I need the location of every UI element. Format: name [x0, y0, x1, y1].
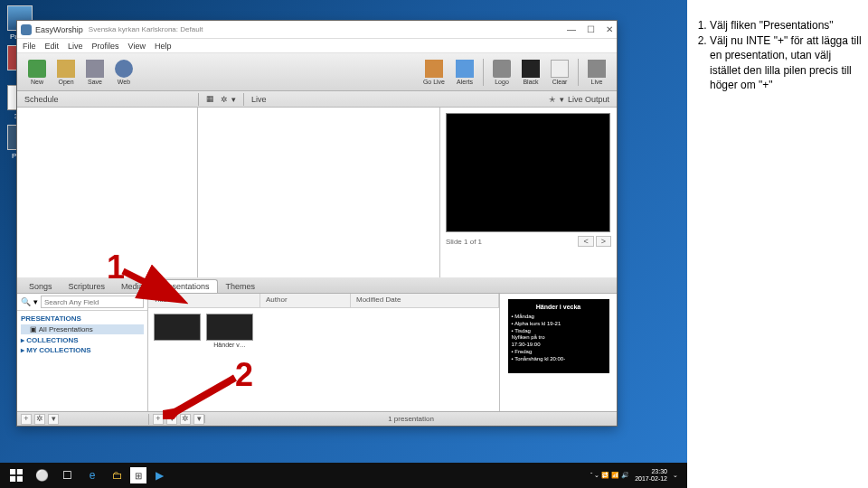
- col-modified[interactable]: Modified Date: [351, 294, 499, 307]
- output-preview: [446, 113, 610, 232]
- presentation-item[interactable]: [154, 314, 201, 348]
- item-label: Händer v…: [206, 342, 253, 348]
- dropdown-icon[interactable]: ▾: [231, 95, 236, 104]
- search-dropdown-icon[interactable]: ▾: [33, 297, 38, 306]
- system-tray[interactable]: ˆ ⌄ 🔁 📶 🔊 23:30 2017-02-12 ⌄: [590, 468, 684, 482]
- explorer-button[interactable]: 🗀: [105, 465, 130, 485]
- library-body: 🔍 ▾ PRESENTATIONS ▣ All Presentations ▸ …: [17, 294, 617, 411]
- edge-button[interactable]: e: [80, 465, 105, 485]
- start-button[interactable]: [4, 465, 29, 485]
- svg-rect-4: [10, 469, 15, 474]
- menu-profiles[interactable]: Profiles: [92, 42, 119, 51]
- slide-title: Händer i vecka: [512, 303, 606, 311]
- col-author[interactable]: Author: [260, 294, 351, 307]
- column-headers: Title Author Modified Date: [148, 294, 499, 308]
- tab-scriptures[interactable]: Scriptures: [61, 279, 114, 293]
- open-icon: [57, 60, 75, 78]
- clear-button[interactable]: Clear: [545, 60, 574, 85]
- logo-button[interactable]: Logo: [487, 60, 516, 85]
- presentation-item[interactable]: Händer v…: [206, 314, 253, 348]
- app-title: EasyWorship: [35, 25, 83, 34]
- menu-file[interactable]: File: [23, 42, 36, 51]
- web-icon: [115, 60, 133, 78]
- grid-icon[interactable]: ▦: [206, 94, 217, 105]
- instruction-1: Välj fliken "Presentations": [710, 18, 863, 33]
- item-grid: Händer v…: [148, 308, 499, 353]
- open-button[interactable]: Open: [52, 60, 80, 85]
- btn-label: Save: [88, 79, 102, 85]
- menu-edit[interactable]: Edit: [45, 42, 60, 51]
- taskview-button[interactable]: ☐: [54, 465, 80, 485]
- slide-preview: Händer i vecka • Måndag • Alpha kurs kl …: [508, 299, 609, 373]
- app-taskbar-button[interactable]: ▶: [146, 465, 172, 485]
- clock[interactable]: 23:30 2017-02-12: [635, 468, 667, 482]
- expand-icon: ▸: [21, 336, 24, 344]
- new-icon: [28, 60, 46, 78]
- app-logo-icon: [21, 24, 32, 35]
- alerts-button[interactable]: Alerts: [450, 60, 479, 85]
- menu-live[interactable]: Live: [68, 42, 83, 51]
- live-header: Live: [244, 95, 274, 104]
- dropdown-button[interactable]: ▾: [48, 414, 59, 425]
- web-button[interactable]: Web: [109, 60, 138, 85]
- slide-line: • Tonårshäng kl 20:00-: [512, 356, 606, 363]
- prev-slide-button[interactable]: <: [578, 236, 593, 247]
- minimize-button[interactable]: —: [567, 24, 576, 34]
- live-icon: [588, 60, 606, 78]
- instructions: Välj fliken "Presentations" Välj nu INTE…: [692, 18, 863, 93]
- btn-label: Web: [118, 79, 130, 85]
- search-button[interactable]: ⚪: [29, 465, 54, 485]
- live-button[interactable]: Live: [582, 60, 611, 85]
- statusbar: + ✲ ▾ + ▾ ✲ ▾ 1 presentation: [17, 411, 617, 426]
- live-panel: [198, 108, 440, 277]
- next-slide-button[interactable]: >: [596, 236, 611, 247]
- gear-button[interactable]: ✲: [34, 414, 45, 425]
- arrow-1-icon: [116, 264, 188, 305]
- save-button[interactable]: Save: [80, 60, 109, 85]
- desktop: Pap… 3… Pa… EasyWorship Svenska kyrkan K…: [0, 0, 687, 488]
- svg-line-1: [123, 271, 177, 298]
- titlebar[interactable]: EasyWorship Svenska kyrkan Karlskrona: D…: [17, 21, 617, 39]
- btn-label: Open: [58, 79, 73, 85]
- library-tree: PRESENTATIONS ▣ All Presentations ▸ COLL…: [17, 311, 147, 411]
- star-icon[interactable]: ✭: [549, 95, 556, 104]
- callout-2: 2: [235, 356, 253, 394]
- alerts-icon: [456, 60, 474, 78]
- profile-name: Svenska kyrkan Karlskrona: Default: [89, 25, 203, 33]
- tab-themes[interactable]: Themes: [218, 279, 264, 293]
- search-icon[interactable]: 🔍: [21, 297, 31, 306]
- tree-header-mycollections[interactable]: ▸ MY COLLECTIONS: [21, 346, 144, 354]
- live-output-header: ✭ ▾ Live Output: [542, 95, 617, 104]
- btn-label: Clear: [552, 79, 568, 85]
- svg-rect-7: [17, 476, 23, 482]
- tree-header-collections[interactable]: ▸ COLLECTIONS: [21, 336, 144, 344]
- tree-all-presentations[interactable]: ▣ All Presentations: [21, 324, 144, 334]
- tray-icons[interactable]: ˆ ⌄ 🔁 📶 🔊: [590, 472, 629, 479]
- notifications-icon[interactable]: ⌄: [673, 472, 678, 479]
- slide-counter: Slide 1 of 1: [446, 238, 482, 246]
- instruction-2: Välj nu INTE "+" för att lägga till en p…: [710, 33, 863, 92]
- slide-line: • Tisdag: [512, 328, 606, 335]
- dropdown-icon[interactable]: ▾: [560, 95, 564, 104]
- tab-songs[interactable]: Songs: [21, 279, 61, 293]
- store-button[interactable]: ⊞: [130, 467, 146, 483]
- new-button[interactable]: New: [23, 60, 52, 85]
- btn-label: Go Live: [423, 79, 445, 85]
- maximize-button[interactable]: ☐: [587, 24, 595, 34]
- menu-help[interactable]: Help: [155, 42, 172, 51]
- expand-icon: ▸: [21, 346, 24, 354]
- gear-icon[interactable]: ✲: [221, 95, 228, 104]
- live-label: Live: [251, 95, 267, 104]
- golive-button[interactable]: Go Live: [418, 60, 450, 85]
- add-collection-button[interactable]: +: [21, 414, 32, 425]
- btn-label: Alerts: [457, 79, 473, 85]
- close-button[interactable]: ✕: [606, 24, 613, 34]
- preview-panel: Händer i vecka • Måndag • Alpha kurs kl …: [499, 294, 617, 411]
- menu-view[interactable]: View: [128, 42, 146, 51]
- tree-header-presentations: PRESENTATIONS: [21, 314, 144, 323]
- box-icon: ▣: [30, 325, 37, 333]
- black-button[interactable]: Black: [516, 60, 545, 85]
- date: 2017-02-12: [635, 475, 667, 483]
- black-icon: [522, 60, 540, 78]
- svg-rect-6: [10, 476, 15, 482]
